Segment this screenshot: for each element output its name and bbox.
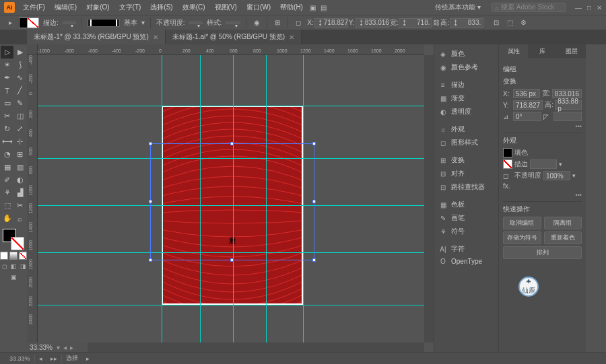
glyph-artwork[interactable]: 鹿 (150, 143, 314, 260)
guide-vertical[interactable] (200, 55, 201, 342)
prop-tab-properties[interactable]: 属性 (499, 44, 528, 58)
menu-view[interactable]: 视图(V) (211, 1, 241, 13)
artboard-next[interactable]: ▸ (69, 344, 75, 351)
w-input[interactable]: ⭥718. (399, 18, 432, 28)
arrange-button[interactable]: 排列 (503, 246, 582, 259)
guide-horizontal[interactable] (38, 205, 424, 206)
scrollbar-horizontal[interactable] (88, 342, 424, 352)
pen-tool[interactable]: ✒ (1, 71, 13, 84)
slice-tool[interactable]: ✂ (13, 199, 26, 212)
panel-pathfinder[interactable]: ⊡路径查找器 (434, 180, 498, 194)
prefs-icon[interactable]: ⚙ (518, 18, 528, 28)
artboard-tool[interactable]: ⬚ (1, 199, 13, 212)
fill-stroke-swatch[interactable] (19, 17, 39, 28)
close-icon[interactable]: ✕ (153, 34, 158, 41)
status-nav-next[interactable]: ▸▸ (46, 355, 61, 362)
document-tab[interactable]: 未标题-1.ai* @ 50% (RGB/GPU 预览)✕ (166, 30, 302, 44)
selection-tool[interactable]: ▷ (1, 46, 13, 59)
guide-vertical[interactable] (266, 55, 267, 342)
menu-select[interactable]: 选择(S) (146, 1, 176, 13)
panel-character[interactable]: A|字符 (434, 242, 498, 256)
direct-selection-tool[interactable]: ▶ (13, 46, 26, 59)
more-transform[interactable]: ••• (503, 123, 582, 130)
mask-icon[interactable]: ⬚ (505, 18, 514, 28)
perspective-tool[interactable]: ⊞ (13, 148, 26, 161)
scale-tool[interactable]: ⤢ (13, 122, 26, 135)
menu-object[interactable]: 对象(O) (82, 1, 113, 13)
scrollbar-vertical[interactable] (424, 55, 434, 342)
panel-opentype[interactable]: OOpenType (434, 256, 498, 267)
panel-appearance[interactable]: ☼外观 (434, 122, 498, 136)
shape-builder-tool[interactable]: ◔ (1, 148, 13, 161)
fx-label[interactable]: fx. (503, 182, 510, 190)
brush-preview[interactable] (88, 19, 120, 27)
guide-horizontal[interactable] (38, 106, 424, 106)
line-tool[interactable]: ╱ (13, 84, 26, 97)
transform-icon[interactable]: ◻ (294, 18, 303, 28)
prop-x[interactable]: 536 px (513, 89, 540, 98)
ruler-vertical[interactable]: -400-20002004006008001000120014001600180… (27, 55, 38, 342)
prop-tab-layers[interactable]: 图层 (557, 44, 586, 58)
recolor-button[interactable]: 重新着色 (544, 231, 582, 244)
panel-swatches[interactable]: ▦色板 (434, 198, 498, 211)
document-tab[interactable]: 未标题-1* @ 33.33% (RGB/GPU 预览)✕ (27, 30, 166, 44)
curvature-tool[interactable]: ∿ (13, 71, 26, 84)
canvas[interactable]: -1000-800-600-400-2000200400600800100012… (27, 44, 434, 352)
ungroup-button[interactable]: 取消编组 (503, 217, 541, 229)
menu-help[interactable]: 帮助(H) (276, 1, 307, 13)
guide-horizontal[interactable] (38, 252, 424, 253)
rectangle-tool[interactable]: ▭ (1, 97, 13, 110)
search-input[interactable]: ⌕搜索 Adobe Stock (492, 3, 566, 12)
arrange-icon[interactable]: ▤ (319, 3, 329, 12)
graph-tool[interactable]: ▟ (13, 186, 26, 199)
shaper-tool[interactable]: ✂ (1, 110, 13, 122)
ruler-horizontal[interactable]: -1000-800-600-400-2000200400600800100012… (38, 44, 424, 55)
panel-color[interactable]: ◈颜色 (434, 47, 498, 61)
guide-vertical[interactable] (303, 55, 304, 342)
h-input[interactable]: ⭥833. (450, 18, 483, 28)
prop-rotate[interactable]: 0° (513, 112, 541, 121)
zoom-value[interactable]: 33.33% (27, 344, 55, 351)
menu-effect[interactable]: 效果(C) (178, 1, 209, 13)
prop-tab-libraries[interactable]: 库 (528, 44, 557, 58)
style-drop[interactable] (226, 22, 240, 24)
stroke-swatch[interactable] (503, 159, 512, 169)
align-icon[interactable]: ⊞ (273, 18, 282, 28)
recolor-icon[interactable]: ◉ (252, 18, 261, 28)
type-tool[interactable]: T (1, 84, 13, 97)
menu-window[interactable]: 窗口(W) (242, 1, 275, 13)
more-appearance[interactable]: ••• (503, 192, 582, 198)
y-input[interactable]: ⭥833.016 (356, 18, 389, 28)
isolate-button[interactable]: 隔离组 (544, 217, 582, 229)
paintbrush-tool[interactable]: ✎ (13, 97, 26, 110)
width-tool[interactable]: ⟷ (1, 135, 13, 148)
fill-stroke-tool[interactable] (3, 229, 24, 250)
prop-shear[interactable] (553, 112, 582, 121)
panel-transparency[interactable]: ◐透明度 (434, 105, 498, 118)
panel-brushes[interactable]: ✎画笔 (434, 211, 498, 225)
close-icon[interactable]: ✕ (289, 34, 294, 41)
guide-vertical[interactable] (162, 55, 162, 342)
fill-swatch[interactable] (503, 148, 512, 157)
window-close[interactable]: ✕ (597, 4, 602, 11)
color-mode-toggle[interactable] (0, 252, 28, 260)
lasso-tool[interactable]: ⟆ (13, 59, 26, 71)
gradient-tool[interactable]: ▥ (13, 161, 26, 174)
zoom-drop-icon[interactable]: ▾ (55, 344, 62, 351)
symbol-tool[interactable]: ⚘ (1, 186, 13, 199)
guide-horizontal[interactable] (38, 305, 424, 305)
window-minimize[interactable]: — (575, 4, 582, 11)
status-nav-prev[interactable]: ◂ (35, 355, 46, 362)
opacity-drop[interactable] (189, 22, 203, 24)
x-input[interactable]: ⭥718.827 (314, 18, 348, 28)
eyedropper-tool[interactable]: ✐ (1, 174, 13, 186)
panel-gradient[interactable]: ▦渐变 (434, 92, 498, 105)
drawing-mode-toggle[interactable]: ◻◧◨ (0, 262, 28, 270)
prop-h[interactable]: 833.88 p (555, 100, 582, 110)
bridge-icon[interactable]: ▣ (308, 3, 318, 12)
ruler-origin[interactable] (27, 44, 38, 55)
workspace-switcher[interactable]: 传统基本功能 ▾ (430, 1, 486, 13)
prop-opacity[interactable]: 100% (543, 171, 570, 180)
guide-horizontal[interactable] (38, 158, 424, 159)
screen-mode-toggle[interactable]: ▣ (9, 273, 18, 281)
